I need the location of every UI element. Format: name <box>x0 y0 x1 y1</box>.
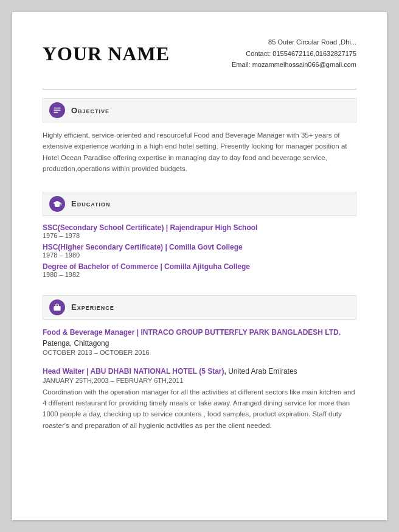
experience-icon <box>49 299 65 315</box>
briefcase-icon <box>53 303 61 312</box>
objective-text: Highly efficient, service-oriented and r… <box>43 130 356 175</box>
exp-title-2: Head Waiter | ABU DHABI NATIONAL HOTEL (… <box>43 366 356 377</box>
edu-degree-1: SSC(Secondary School Certificate) | Raje… <box>43 223 356 232</box>
objective-section: Objective Highly efficient, service-orie… <box>43 98 356 175</box>
exp-location-2: United Arab Emirates <box>228 367 297 376</box>
contact-info: 85 Outer Circular Road ,Dhi... Contact: … <box>232 37 356 71</box>
exp-location-1: Patenga, Chittagong <box>43 339 109 348</box>
email-line: Email: mozammelhossain066@gmail.com <box>232 59 356 71</box>
address-line: 85 Outer Circular Road ,Dhi... <box>232 37 356 48</box>
candidate-name: Your Name <box>43 37 170 65</box>
edu-entry-3: Degree of Bachelor of Commerce | Comilla… <box>43 262 356 278</box>
edu-entry-2: HSC(Higher Secondary Certificate) | Comi… <box>43 243 356 259</box>
header: Your Name 85 Outer Circular Road ,Dhi...… <box>43 37 356 71</box>
edu-degree-2: HSC(Higher Secondary Certificate) | Comi… <box>43 243 356 251</box>
experience-title: Experience <box>71 303 114 312</box>
exp-desc-2: Coordination with the operation manager … <box>43 387 356 432</box>
edu-years-3: 1980 – 1982 <box>43 271 356 278</box>
exp-title-1: Food & Beverage Manager | INTRACO GROUP … <box>43 327 356 349</box>
education-icon <box>49 196 65 212</box>
exp-date-2: January 25th,2003 – February 6th,2011 <box>43 377 356 384</box>
edu-years-1: 1976 – 1978 <box>43 232 356 239</box>
objective-icon <box>49 102 65 118</box>
edu-entry-1: SSC(Secondary School Certificate) | Raje… <box>43 223 356 239</box>
exp-entry-2: Head Waiter | ABU DHABI NATIONAL HOTEL (… <box>43 366 356 432</box>
resume-page: Your Name 85 Outer Circular Road ,Dhi...… <box>12 12 387 520</box>
experience-section: Experience Food & Beverage Manager | INT… <box>43 295 356 432</box>
exp-date-1: October 2013 – October 2016 <box>43 349 356 356</box>
edu-degree-3: Degree of Bachelor of Commerce | Comilla… <box>43 262 356 271</box>
objective-header: Objective <box>43 98 356 122</box>
phone-line: Contact: 01554672116,01632827175 <box>232 48 356 60</box>
lines-icon <box>53 106 61 114</box>
experience-header: Experience <box>43 295 356 320</box>
svg-rect-4 <box>61 203 61 205</box>
header-divider <box>43 89 356 89</box>
objective-title: Objective <box>71 106 109 115</box>
exp-entry-1: Food & Beverage Manager | INTRACO GROUP … <box>43 327 356 356</box>
education-title: Education <box>71 199 111 208</box>
svg-rect-1 <box>54 110 60 110</box>
education-entries: SSC(Secondary School Certificate) | Raje… <box>43 223 356 278</box>
grad-cap-icon <box>53 200 61 208</box>
education-header: Education <box>43 192 356 216</box>
edu-years-2: 1978 – 1980 <box>43 251 356 259</box>
svg-rect-0 <box>54 108 60 108</box>
education-section: Education SSC(Secondary School Certifica… <box>43 192 356 278</box>
svg-rect-2 <box>54 112 58 113</box>
